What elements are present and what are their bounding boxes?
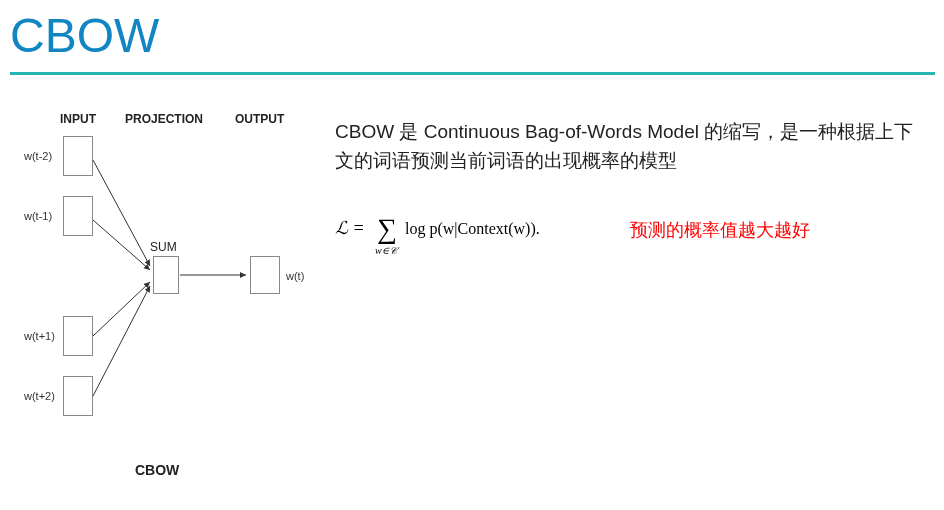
red-annotation: 预测的概率值越大越好: [630, 218, 810, 242]
title-underline: [10, 72, 935, 75]
svg-line-1: [93, 220, 150, 270]
formula-lhs: ℒ =: [335, 218, 365, 238]
formula: ℒ = ∑ w∈𝒞 log p(w|Context(w)).: [335, 210, 615, 260]
svg-line-3: [93, 286, 150, 396]
diagram-arrows: [10, 100, 330, 490]
page-title: CBOW: [10, 8, 159, 63]
formula-rhs: log p(w|Context(w)).: [405, 220, 540, 238]
svg-line-2: [93, 282, 150, 336]
description-text: CBOW 是 Continuous Bag-of-Words Model 的缩写…: [335, 118, 925, 175]
formula-subscript: w∈𝒞: [375, 245, 400, 256]
svg-line-0: [93, 160, 150, 266]
cbow-diagram: INPUT PROJECTION OUTPUT w(t-2) w(t-1) w(…: [10, 100, 330, 490]
formula-sum: ∑: [377, 213, 397, 244]
